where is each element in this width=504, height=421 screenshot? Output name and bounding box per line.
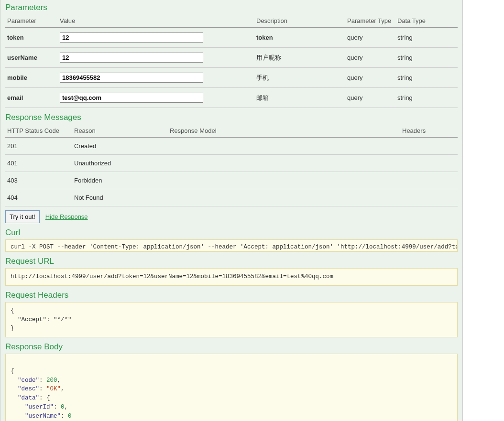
param-desc: 用户昵称 xyxy=(254,48,345,68)
resp-reason: Not Found xyxy=(72,189,168,206)
param-name: userName xyxy=(5,48,58,68)
param-dtype: string xyxy=(395,48,458,68)
col-parameter: Parameter xyxy=(5,14,58,28)
param-input-token[interactable] xyxy=(60,32,203,43)
param-type: query xyxy=(345,28,395,48)
param-desc: token xyxy=(254,28,345,48)
response-messages-heading: Response Messages xyxy=(5,113,458,122)
parameters-table: Parameter Value Description Parameter Ty… xyxy=(5,14,458,108)
request-headers-heading: Request Headers xyxy=(5,291,458,300)
param-input-mobile[interactable] xyxy=(60,73,203,83)
col-description: Description xyxy=(254,14,345,28)
col-response-model: Response Model xyxy=(168,124,400,138)
table-row: tokentokenquerystring xyxy=(5,28,458,48)
param-name: token xyxy=(5,28,58,48)
table-row: email邮箱querystring xyxy=(5,88,458,108)
response-body-block: { "code": 200, "desc": "OK", "data": { "… xyxy=(5,354,458,421)
col-value: Value xyxy=(58,14,254,28)
param-desc: 手机 xyxy=(254,68,345,88)
resp-code: 404 xyxy=(5,189,72,206)
request-url-block: http://localhost:4999/user/add?token=12&… xyxy=(5,268,458,286)
curl-block: curl -X POST --header 'Content-Type: app… xyxy=(5,239,458,252)
param-desc: 邮箱 xyxy=(254,88,345,108)
resp-reason: Created xyxy=(72,138,168,155)
request-url-heading: Request URL xyxy=(5,257,458,266)
resp-code: 201 xyxy=(5,138,72,155)
curl-heading: Curl xyxy=(5,228,458,237)
table-row: 201Created xyxy=(5,138,458,155)
resp-model xyxy=(168,138,400,155)
hide-response-link[interactable]: Hide Response xyxy=(45,213,88,220)
param-name: mobile xyxy=(5,68,58,88)
param-dtype: string xyxy=(395,28,458,48)
param-type: query xyxy=(345,88,395,108)
resp-reason: Forbidden xyxy=(72,172,168,189)
table-row: userName用户昵称querystring xyxy=(5,48,458,68)
response-messages-table: HTTP Status Code Reason Response Model H… xyxy=(5,124,458,206)
parameters-heading: Parameters xyxy=(5,0,458,12)
try-it-out-button[interactable]: Try it out! xyxy=(5,210,40,223)
resp-headers xyxy=(400,172,458,189)
resp-model xyxy=(168,189,400,206)
curl-scroll[interactable]: curl -X POST --header 'Content-Type: app… xyxy=(6,240,457,251)
resp-model xyxy=(168,172,400,189)
param-name: email xyxy=(5,88,58,108)
col-reason: Reason xyxy=(72,124,168,138)
resp-headers xyxy=(400,138,458,155)
param-dtype: string xyxy=(395,68,458,88)
resp-reason: Unauthorized xyxy=(72,155,168,172)
param-input-email[interactable] xyxy=(60,93,203,103)
resp-code: 401 xyxy=(5,155,72,172)
param-type: query xyxy=(345,48,395,68)
param-dtype: string xyxy=(395,88,458,108)
param-input-userName[interactable] xyxy=(60,53,203,63)
col-http-status: HTTP Status Code xyxy=(5,124,72,138)
request-headers-block: { "Accept": "*/*" } xyxy=(5,302,458,337)
table-row: 401Unauthorized xyxy=(5,155,458,172)
table-row: 404Not Found xyxy=(5,189,458,206)
col-data-type: Data Type xyxy=(395,14,458,28)
resp-code: 403 xyxy=(5,172,72,189)
response-body-heading: Response Body xyxy=(5,342,458,352)
param-type: query xyxy=(345,68,395,88)
resp-model xyxy=(168,155,400,172)
col-headers: Headers xyxy=(400,124,458,138)
resp-headers xyxy=(400,155,458,172)
table-row: mobile手机querystring xyxy=(5,68,458,88)
table-row: 403Forbidden xyxy=(5,172,458,189)
resp-headers xyxy=(400,189,458,206)
col-param-type: Parameter Type xyxy=(345,14,395,28)
curl-command: curl -X POST --header 'Content-Type: app… xyxy=(11,244,457,250)
